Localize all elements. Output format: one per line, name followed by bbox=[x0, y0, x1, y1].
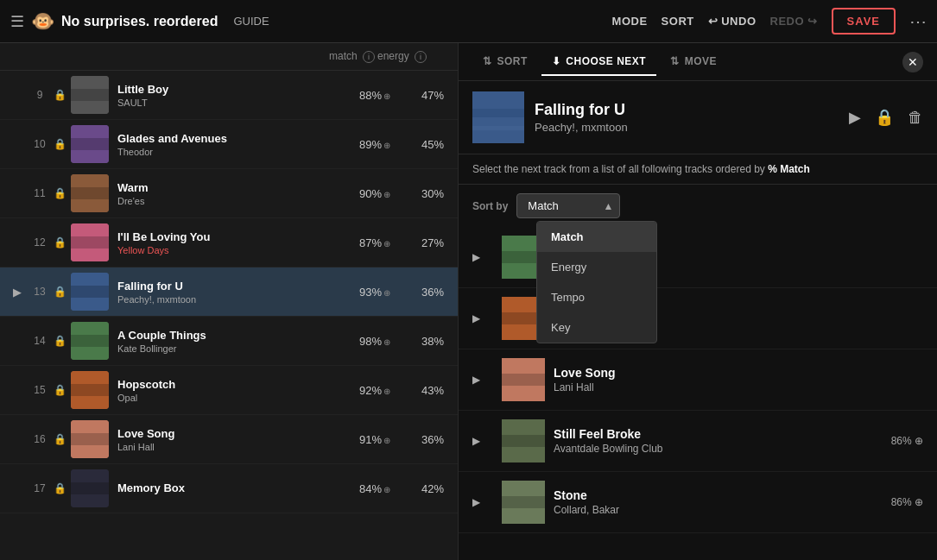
track-list: match i energy i 9 🔒 Little Boy SAULT 88… bbox=[0, 43, 458, 560]
track-thumbnail bbox=[71, 371, 109, 409]
track-row[interactable]: 11 🔒 Warm Dre'es 90%⊕ 30% bbox=[0, 169, 458, 218]
track-name: A Couple Things bbox=[117, 329, 321, 342]
dropdown-item-tempo[interactable]: Tempo bbox=[537, 282, 656, 312]
track-lock-icon[interactable]: 🔒 bbox=[52, 138, 67, 150]
track-number: 14 bbox=[28, 335, 52, 347]
candidate-artist: Collard, Bakar bbox=[554, 504, 883, 516]
track-lock-icon[interactable]: 🔒 bbox=[52, 335, 67, 347]
track-row[interactable]: 17 🔒 Memory Box 84%⊕ 42% bbox=[0, 464, 458, 513]
svg-rect-15 bbox=[71, 433, 109, 445]
match-info-icon[interactable]: i bbox=[363, 51, 375, 63]
energy-info-icon[interactable]: i bbox=[415, 51, 427, 63]
dropdown-item-match[interactable]: Match bbox=[537, 222, 656, 252]
sort-button[interactable]: SORT bbox=[662, 15, 694, 28]
track-number: 15 bbox=[28, 384, 52, 396]
tab-sort[interactable]: ⇅ SORT bbox=[472, 48, 538, 76]
track-play-button[interactable] bbox=[7, 380, 28, 400]
candidate-row[interactable]: ▶ Stone Collard, Bakar 86% ⊕ bbox=[459, 472, 937, 533]
candidate-play-button[interactable]: ▶ bbox=[472, 496, 493, 508]
track-lock-icon[interactable]: 🔒 bbox=[52, 433, 67, 445]
app-title: No surprises. reordered bbox=[61, 14, 218, 29]
mode-button[interactable]: MODE bbox=[612, 15, 648, 28]
candidate-play-button[interactable]: ▶ bbox=[472, 312, 493, 324]
track-lock-icon[interactable]: 🔒 bbox=[52, 286, 67, 298]
track-energy: 36% bbox=[390, 433, 451, 446]
candidate-play-button[interactable]: ▶ bbox=[472, 435, 493, 447]
more-options-button[interactable]: ⋯ bbox=[909, 11, 927, 32]
delete-current-button[interactable]: 🗑 bbox=[908, 109, 923, 127]
track-lock-icon[interactable]: 🔒 bbox=[52, 187, 67, 199]
candidate-row[interactable]: ▶ Still Feel Broke Avantdale Bowling Clu… bbox=[459, 411, 937, 472]
candidate-play-button[interactable]: ▶ bbox=[472, 374, 493, 386]
tab-choose-next[interactable]: ⬇ CHOOSE NEXT bbox=[541, 48, 656, 76]
track-row[interactable]: 16 🔒 Love Song Lani Hall 91%⊕ 36% bbox=[0, 415, 458, 464]
lock-current-button[interactable]: 🔒 bbox=[875, 108, 894, 127]
svg-rect-26 bbox=[502, 374, 545, 386]
track-thumbnail bbox=[71, 273, 109, 311]
guide-button[interactable]: GUIDE bbox=[225, 11, 277, 31]
track-energy: 45% bbox=[390, 138, 451, 151]
sort-by-label: Sort by bbox=[472, 200, 508, 212]
current-track-artist: Peachy!, mxmtoon bbox=[535, 121, 839, 134]
track-play-button[interactable] bbox=[7, 330, 28, 351]
track-info: A Couple Things Kate Bollinger bbox=[117, 329, 321, 354]
track-play-button[interactable] bbox=[7, 183, 28, 204]
sort-select-wrapper[interactable]: Match Energy Tempo Key ▲ bbox=[516, 193, 620, 218]
svg-rect-11 bbox=[71, 335, 109, 347]
track-thumbnail bbox=[71, 469, 109, 507]
track-match: 93%⊕ bbox=[321, 286, 390, 299]
undo-button[interactable]: ↩ UNDO bbox=[708, 15, 757, 28]
track-row[interactable]: 9 🔒 Little Boy SAULT 88%⊕ 47% bbox=[0, 71, 458, 120]
close-panel-button[interactable]: ✕ bbox=[902, 52, 923, 72]
track-row[interactable]: 10 🔒 Glades and Avenues Theodor 89%⊕ 45% bbox=[0, 120, 458, 169]
sort-select[interactable]: Match Energy Tempo Key bbox=[516, 193, 620, 218]
track-row[interactable]: 15 🔒 Hopscotch Opal 92%⊕ 43% bbox=[0, 366, 458, 415]
svg-rect-20 bbox=[472, 117, 524, 130]
candidate-list[interactable]: ▶ A Couple Things Kate Bollinger ▶ Hopsc… bbox=[459, 227, 937, 560]
track-lock-icon[interactable]: 🔒 bbox=[52, 236, 67, 249]
topbar-left: ☰ 🐵 No surprises. reordered GUIDE bbox=[10, 10, 605, 33]
track-play-button[interactable] bbox=[7, 429, 28, 450]
track-name: Little Boy bbox=[117, 83, 321, 96]
track-play-button[interactable] bbox=[7, 134, 28, 154]
candidate-row[interactable]: ▶ A Couple Things Kate Bollinger bbox=[459, 227, 937, 288]
topbar: ☰ 🐵 No surprises. reordered GUIDE MODE S… bbox=[0, 0, 937, 43]
track-energy: 43% bbox=[390, 384, 451, 397]
track-thumbnail bbox=[71, 174, 109, 212]
tab-move[interactable]: ⇅ MOVE bbox=[660, 48, 727, 76]
description-accent: % Match bbox=[768, 163, 810, 175]
track-name: Memory Box bbox=[117, 481, 321, 494]
track-row[interactable]: ▶ 13 🔒 Falling for U Peachy!, mxmtoon 93… bbox=[0, 267, 458, 317]
track-match: 88%⊕ bbox=[321, 89, 390, 102]
track-lock-icon[interactable]: 🔒 bbox=[52, 384, 67, 396]
track-number: 11 bbox=[28, 187, 52, 199]
track-play-button[interactable] bbox=[7, 85, 28, 105]
candidate-info: Stone Collard, Bakar bbox=[554, 488, 883, 516]
track-artist: Peachy!, mxmtoon bbox=[117, 294, 321, 305]
track-play-button[interactable]: ▶ bbox=[7, 281, 28, 302]
save-button[interactable]: SAVE bbox=[832, 8, 896, 35]
undo-icon: ↩ bbox=[708, 15, 719, 28]
candidate-row[interactable]: ▶ Love Song Lani Hall bbox=[459, 349, 937, 411]
candidate-artist: Avantdale Bowling Club bbox=[554, 443, 883, 455]
track-artist: Opal bbox=[117, 393, 321, 403]
candidate-play-button[interactable]: ▶ bbox=[472, 251, 493, 263]
track-lock-icon[interactable]: 🔒 bbox=[52, 482, 67, 494]
play-current-button[interactable]: ▶ bbox=[849, 108, 861, 127]
candidate-row[interactable]: ▶ Hopscotch Opal bbox=[459, 288, 937, 349]
track-row[interactable]: 12 🔒 I'll Be Loving You Yellow Days 87%⊕… bbox=[0, 218, 458, 267]
track-lock-icon[interactable]: 🔒 bbox=[52, 89, 67, 101]
dropdown-item-key[interactable]: Key bbox=[537, 312, 656, 343]
track-list-scroll[interactable]: 9 🔒 Little Boy SAULT 88%⊕ 47% 10 🔒 Glade… bbox=[0, 71, 458, 553]
track-number: 9 bbox=[28, 89, 52, 101]
redo-button[interactable]: REDO ↪ bbox=[770, 15, 818, 28]
track-play-button[interactable] bbox=[7, 232, 28, 253]
track-number: 16 bbox=[28, 433, 52, 445]
dropdown-item-energy[interactable]: Energy bbox=[537, 252, 656, 282]
track-info: Falling for U Peachy!, mxmtoon bbox=[117, 280, 321, 305]
track-row[interactable]: 14 🔒 A Couple Things Kate Bollinger 98%⊕… bbox=[0, 317, 458, 366]
hamburger-icon[interactable]: ☰ bbox=[10, 12, 24, 31]
track-play-button[interactable] bbox=[7, 478, 28, 499]
track-match: 84%⊕ bbox=[321, 482, 390, 495]
candidate-pct: 86% ⊕ bbox=[891, 496, 923, 508]
